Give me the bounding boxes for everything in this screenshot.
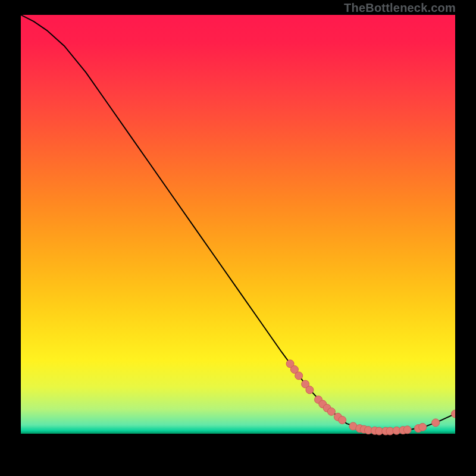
plot-area (21, 15, 455, 458)
watermark-text: TheBottleneck.com (344, 1, 456, 15)
chart-frame: TheBottleneck.com (0, 0, 476, 476)
